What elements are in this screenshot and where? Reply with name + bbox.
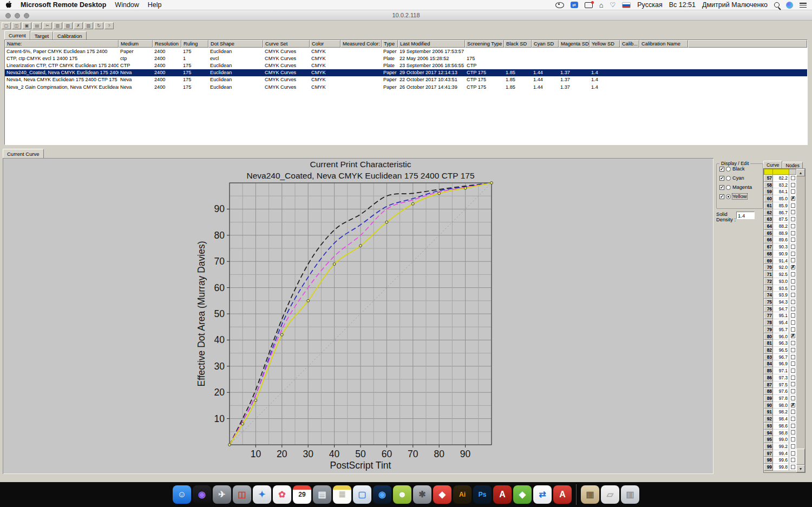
node-value[interactable]: 99.4 bbox=[773, 450, 789, 457]
input-language-label[interactable]: Русская bbox=[637, 1, 662, 9]
node-row[interactable]: 8897.6 bbox=[764, 388, 796, 395]
node-value[interactable]: 88.2 bbox=[773, 223, 789, 230]
node-row[interactable]: 5984.1 bbox=[764, 188, 796, 195]
node-row[interactable]: 6286.7 bbox=[764, 209, 796, 216]
node-checkbox[interactable]: ✗ bbox=[791, 334, 795, 338]
node-row[interactable]: 6588.9 bbox=[764, 230, 796, 237]
node-value[interactable]: 96.3 bbox=[773, 340, 789, 347]
column-header-6[interactable]: Color bbox=[310, 40, 340, 48]
node-row[interactable]: 7192.5 bbox=[764, 271, 796, 278]
node-checkbox[interactable] bbox=[791, 444, 795, 449]
node-checkbox[interactable] bbox=[791, 376, 795, 380]
column-header-5[interactable]: Curve Set bbox=[263, 40, 310, 48]
channel-visible-checkbox[interactable]: ✓ bbox=[719, 194, 724, 199]
node-row[interactable]: 9198.2 bbox=[764, 409, 796, 416]
column-header-3[interactable]: Ruling bbox=[181, 40, 208, 48]
node-checkbox[interactable] bbox=[791, 465, 795, 469]
toolbar-button-print[interactable]: ▤ bbox=[32, 22, 42, 29]
node-row[interactable]: 7594.3 bbox=[764, 299, 796, 306]
node-checkbox[interactable] bbox=[791, 307, 795, 311]
node-row[interactable]: 8296.5 bbox=[764, 347, 796, 354]
node-checkbox[interactable] bbox=[791, 238, 795, 242]
node-value[interactable]: 95.4 bbox=[773, 319, 789, 326]
scrollbar-track[interactable] bbox=[796, 176, 805, 465]
node-row[interactable]: 8997.8 bbox=[764, 395, 796, 402]
dock-icon-launchpad[interactable]: ✈ bbox=[213, 485, 231, 504]
node-checkbox[interactable] bbox=[791, 293, 795, 297]
node-checkbox[interactable] bbox=[791, 224, 795, 228]
scrollbar-thumb[interactable] bbox=[796, 449, 805, 465]
node-value[interactable]: 95.7 bbox=[773, 326, 789, 333]
node-row[interactable]: 6085.0✗ bbox=[764, 195, 796, 202]
node-checkbox[interactable] bbox=[791, 348, 795, 352]
node-checkbox[interactable] bbox=[791, 258, 795, 262]
node-row[interactable]: 6890.9 bbox=[764, 251, 796, 258]
node-checkbox[interactable] bbox=[791, 286, 795, 290]
column-header-11[interactable]: Black SD bbox=[504, 40, 532, 48]
node-checkbox[interactable] bbox=[791, 252, 795, 256]
dock-icon-news[interactable]: ▤ bbox=[313, 485, 331, 504]
node-row[interactable]: 8797.5 bbox=[764, 381, 796, 389]
apple-menu-icon[interactable] bbox=[5, 1, 12, 9]
curve-node-handle[interactable] bbox=[228, 444, 231, 446]
menu-help[interactable]: Help bbox=[148, 1, 162, 9]
node-value[interactable]: 97.3 bbox=[773, 374, 789, 381]
node-row[interactable]: 6991.4 bbox=[764, 258, 796, 265]
tab-current[interactable]: Current bbox=[4, 30, 30, 39]
node-value[interactable]: 95.1 bbox=[773, 312, 789, 319]
display-status-icon[interactable] bbox=[585, 2, 593, 8]
node-checkbox[interactable] bbox=[791, 203, 795, 208]
node-checkbox[interactable] bbox=[791, 279, 795, 284]
node-row[interactable]: 8096.0✗ bbox=[764, 333, 796, 340]
node-row[interactable]: 9398.6 bbox=[764, 423, 796, 430]
node-value[interactable]: 99.8 bbox=[773, 464, 789, 471]
node-checkbox[interactable] bbox=[791, 424, 795, 428]
node-row[interactable]: 6689.6 bbox=[764, 236, 796, 243]
node-checkbox[interactable]: ✗ bbox=[791, 196, 795, 201]
column-header-13[interactable]: Magenta SD bbox=[559, 40, 590, 48]
node-value[interactable]: 82.2 bbox=[773, 175, 789, 182]
dock-icon-illustrator[interactable]: Ai bbox=[453, 485, 472, 504]
curve-node-handle[interactable] bbox=[280, 333, 283, 336]
dock-icon-photos[interactable]: ✿ bbox=[273, 485, 291, 504]
node-value[interactable]: 99.2 bbox=[773, 443, 789, 450]
remote-app-status-icon[interactable]: ⇄ bbox=[571, 2, 578, 8]
tab-nodes[interactable]: Nodes bbox=[782, 162, 802, 168]
dock-icon-trash[interactable]: ▥ bbox=[621, 485, 639, 504]
node-value[interactable]: 97.8 bbox=[773, 395, 789, 402]
node-checkbox[interactable] bbox=[791, 327, 795, 332]
node-row[interactable]: 7694.7 bbox=[764, 306, 796, 313]
dock-icon-anydesk[interactable]: ◆ bbox=[433, 485, 451, 504]
node-row[interactable]: 7293.0 bbox=[764, 278, 796, 285]
table-row[interactable]: CTP, ctp CMYK evcl 1 2400 175ctp24001evc… bbox=[5, 55, 807, 62]
node-value[interactable]: 94.3 bbox=[773, 299, 789, 306]
heart-status-icon[interactable]: ♡ bbox=[610, 1, 615, 9]
siri-icon[interactable] bbox=[786, 2, 793, 9]
column-header-4[interactable]: Dot Shape bbox=[208, 40, 263, 48]
solid-density-input[interactable] bbox=[736, 212, 755, 219]
node-row[interactable]: 7393.5 bbox=[764, 285, 796, 292]
dock-icon-acrobat[interactable]: A bbox=[493, 485, 512, 504]
tab-curve[interactable]: Curve bbox=[763, 161, 782, 168]
node-checkbox[interactable] bbox=[791, 396, 795, 400]
scroll-up-button[interactable]: ▲ bbox=[796, 169, 805, 176]
node-checkbox[interactable] bbox=[791, 313, 795, 318]
node-row[interactable]: 6387.5 bbox=[764, 216, 796, 223]
node-checkbox[interactable]: ✗ bbox=[791, 265, 795, 269]
node-checkbox[interactable] bbox=[791, 430, 795, 434]
column-header-9[interactable]: Last Modified bbox=[398, 40, 465, 48]
node-value[interactable]: 93.5 bbox=[773, 285, 789, 292]
node-value[interactable]: 94.7 bbox=[773, 306, 789, 313]
scroll-down-button[interactable]: ▼ bbox=[796, 465, 805, 472]
node-value[interactable]: 90.3 bbox=[773, 243, 789, 251]
table-row[interactable]: Linearization CTP, CTP CMYK Euclidean 17… bbox=[5, 62, 807, 69]
column-header-2[interactable]: Resolution bbox=[153, 40, 181, 48]
dock-icon-system-preferences[interactable]: ✱ bbox=[413, 485, 431, 504]
node-row[interactable]: 7795.1 bbox=[764, 312, 796, 319]
node-checkbox[interactable] bbox=[791, 410, 795, 414]
menu-window[interactable]: Window bbox=[115, 1, 139, 9]
channel-visible-checkbox[interactable]: ✓ bbox=[719, 176, 724, 181]
tab-current-curve[interactable]: Current Curve bbox=[3, 149, 44, 158]
column-header-1[interactable]: Medium bbox=[119, 40, 153, 48]
node-value[interactable]: 99.6 bbox=[773, 457, 789, 464]
